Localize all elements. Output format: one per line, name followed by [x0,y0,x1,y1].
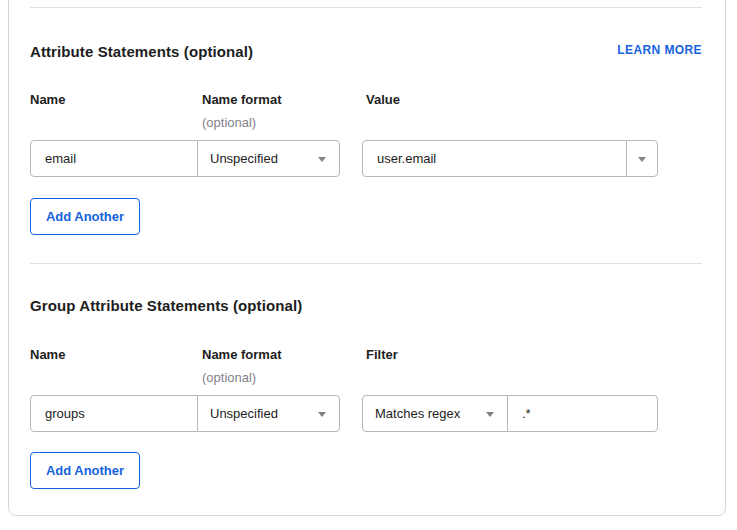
settings-card [8,0,726,516]
attribute-statements-title: Attribute Statements (optional) [30,43,253,60]
group-filter-type-select[interactable]: Matches regex [362,395,508,432]
group-name-input[interactable] [30,395,198,432]
attr-name-input[interactable] [30,140,198,177]
group-name-format-header: Name format [202,347,281,362]
attr-name-format-header: Name format [202,92,281,107]
attr-name-format-select[interactable]: Unspecified [197,140,340,177]
attr-name-format-selected-value: Unspecified [210,151,278,166]
learn-more-link[interactable]: LEARN MORE [617,43,702,57]
group-name-format-select[interactable]: Unspecified [197,395,340,432]
group-name-header: Name [30,347,65,362]
section-divider-middle [30,263,702,264]
attr-value-input[interactable] [363,141,626,176]
saml-settings-panel: Attribute Statements (optional) LEARN MO… [0,0,737,530]
attr-name-header: Name [30,92,65,107]
attr-value-combobox [362,140,658,177]
attr-value-header: Value [366,92,400,107]
section-divider-top [30,7,702,8]
chevron-down-icon [318,412,326,417]
chevron-down-icon [486,412,494,417]
attr-add-another-button[interactable]: Add Another [30,198,140,235]
chevron-down-icon [318,157,326,162]
group-filter-value-input[interactable] [507,395,658,432]
attr-value-dropdown-button[interactable] [626,141,657,176]
group-attribute-statements-title: Group Attribute Statements (optional) [30,297,302,314]
group-filter-header: Filter [366,347,398,362]
attr-name-format-note: (optional) [202,115,256,130]
group-name-format-note: (optional) [202,370,256,385]
group-filter-type-selected-value: Matches regex [375,406,460,421]
chevron-down-icon [638,157,646,162]
group-add-another-button[interactable]: Add Another [30,452,140,489]
group-name-format-selected-value: Unspecified [210,406,278,421]
